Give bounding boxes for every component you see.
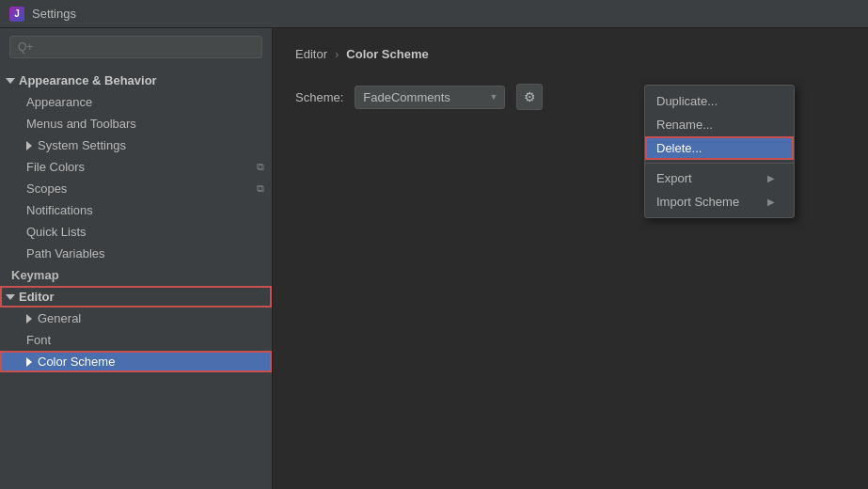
title-bar: J Settings — [0, 0, 868, 28]
scheme-select[interactable]: FadeComments — [355, 86, 505, 109]
sidebar-item-keymap[interactable]: Keymap — [0, 264, 272, 286]
sidebar-item-font[interactable]: Font — [0, 329, 272, 351]
breadcrumb-separator: › — [335, 47, 339, 61]
sidebar-item-file-colors[interactable]: File Colors ⧉ — [0, 156, 272, 178]
context-menu-item-import-scheme[interactable]: Import Scheme ▶ — [645, 190, 794, 213]
sidebar-item-appearance[interactable]: Appearance — [0, 91, 272, 113]
chevron-down-icon — [6, 294, 15, 300]
context-menu-item-export[interactable]: Export ▶ — [645, 166, 794, 190]
title-bar-text: Settings — [32, 7, 76, 21]
chevron-down-icon — [6, 78, 15, 84]
sidebar: Appearance & Behavior Appearance Menus a… — [0, 28, 273, 489]
context-menu-item-duplicate[interactable]: Duplicate... — [645, 89, 794, 113]
search-bar — [0, 28, 272, 66]
sidebar-item-appearance-behavior[interactable]: Appearance & Behavior — [0, 70, 272, 91]
breadcrumb-current: Color Scheme — [346, 47, 428, 61]
chevron-right-icon — [26, 141, 32, 150]
sidebar-item-editor[interactable]: Editor — [0, 286, 272, 308]
gear-icon: ⚙ — [524, 89, 536, 104]
sidebar-item-general[interactable]: General — [0, 308, 272, 329]
gear-button[interactable]: ⚙ — [516, 84, 543, 110]
right-panel: Editor › Color Scheme Scheme: FadeCommen… — [273, 28, 868, 489]
context-menu-item-rename[interactable]: Rename... — [645, 113, 794, 136]
app-icon: J — [9, 7, 24, 22]
sidebar-item-notifications[interactable]: Notifications — [0, 199, 272, 221]
sidebar-item-path-variables[interactable]: Path Variables — [0, 243, 272, 264]
breadcrumb: Editor › Color Scheme — [295, 47, 845, 61]
sidebar-item-system-settings[interactable]: System Settings — [0, 134, 272, 156]
context-menu-item-delete[interactable]: Delete... — [645, 136, 794, 160]
sidebar-item-scopes[interactable]: Scopes ⧉ — [0, 178, 272, 199]
sidebar-item-menus-toolbars[interactable]: Menus and Toolbars — [0, 113, 272, 134]
scheme-label: Scheme: — [295, 90, 343, 104]
main-content: Appearance & Behavior Appearance Menus a… — [0, 28, 868, 489]
submenu-arrow-icon: ▶ — [767, 173, 775, 183]
breadcrumb-parent: Editor — [295, 47, 327, 61]
context-menu-divider — [645, 163, 794, 164]
search-input[interactable] — [9, 36, 262, 58]
copy-icon: ⧉ — [257, 161, 264, 173]
context-menu: Duplicate... Rename... Delete... Export … — [644, 85, 795, 218]
sidebar-item-quick-lists[interactable]: Quick Lists — [0, 221, 272, 243]
nav-tree: Appearance & Behavior Appearance Menus a… — [0, 66, 272, 489]
sidebar-item-color-scheme[interactable]: Color Scheme — [0, 351, 272, 372]
submenu-arrow-icon: ▶ — [767, 197, 775, 207]
chevron-right-icon — [26, 314, 32, 323]
chevron-right-icon — [26, 357, 32, 367]
copy-icon: ⧉ — [257, 182, 264, 195]
scheme-select-wrapper: FadeComments — [355, 86, 505, 109]
